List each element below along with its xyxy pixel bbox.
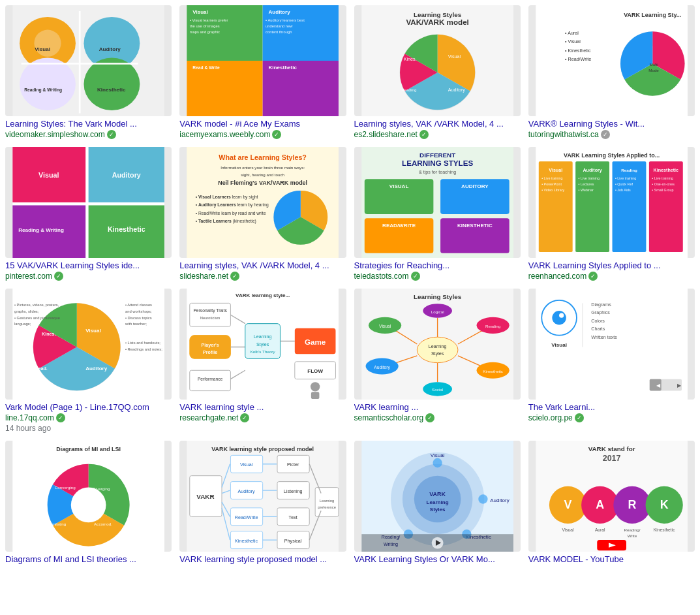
svg-text:• Live training: • Live training	[578, 176, 599, 180]
svg-text:• Tactile Learners (kinestheti: • Tactile Learners (kinesthetic)	[196, 219, 256, 224]
svg-text:Kinesthetic: Kinesthetic	[483, 369, 503, 373]
svg-point-183	[71, 488, 106, 523]
card-5[interactable]: Visual Auditory Reading & Writing Kinest…	[3, 144, 174, 283]
svg-text:• Attend classes: • Attend classes	[125, 303, 152, 307]
card-title-11[interactable]: VARK learning ...	[354, 402, 521, 412]
card-title-14[interactable]: VARK learning style proposed model ...	[179, 554, 346, 564]
safe-icon-6: ✓	[230, 272, 239, 281]
svg-text:Graphics: Graphics	[591, 310, 610, 315]
card-title-15[interactable]: VARK Learning Styles Or VARK Mo...	[354, 554, 521, 564]
card-title-3[interactable]: Learning styles, VAK /VARK Model, 4 ...	[354, 119, 521, 129]
card-14[interactable]: VARK learning style proposed model VAKR …	[177, 438, 348, 568]
card-15[interactable]: Visual Auditory Reading/ Writing Kinesth…	[352, 438, 523, 568]
svg-text:Auditory: Auditory	[269, 9, 291, 15]
svg-text:Aural: Aural	[595, 528, 605, 532]
card-title-5[interactable]: 15 VAK/VARK Learning Styles ide...	[5, 260, 172, 270]
svg-text:Logical: Logical	[431, 309, 444, 314]
svg-text:Auditory: Auditory	[374, 365, 390, 370]
card-title-13[interactable]: Diagrams of MI and LSI theories ...	[5, 554, 172, 564]
card-11[interactable]: Learning Styles Learning Styles Visual A…	[352, 286, 523, 435]
card-source-text-9: line.17qq.com	[5, 413, 54, 422]
svg-text:Learning: Learning	[428, 344, 446, 349]
card-13[interactable]: Diagrams of MI and LSI Diverging Accomod…	[3, 438, 174, 568]
svg-point-163	[552, 311, 566, 324]
svg-text:• Job Aids: • Job Aids	[615, 188, 631, 192]
card-source-text-2: iacemyexams.weebly.com	[179, 130, 270, 139]
card-image-14: VARK learning style proposed model VAKR …	[179, 441, 346, 552]
card-image-4: VARK Learning Sty... Multi Mode • Aural …	[528, 5, 695, 116]
svg-text:Mode: Mode	[648, 68, 659, 72]
svg-rect-137	[311, 392, 320, 399]
card-image-6: What are Learning Styles? Information en…	[179, 147, 346, 258]
card-title-6[interactable]: Learning styles, VAK /VARK Model, 4 ...	[179, 260, 346, 270]
svg-text:• Lists and handouts;: • Lists and handouts;	[125, 341, 160, 345]
svg-text:Styles: Styles	[431, 351, 444, 356]
card-source-text-1: videomaker.simpleshow.com	[5, 130, 105, 139]
card-source-text-3: es2.slideshare.net	[354, 130, 418, 139]
safe-icon-2: ✓	[272, 130, 281, 139]
svg-text:Listening: Listening	[284, 489, 303, 494]
card-title-4[interactable]: VARK® Learning Styles - Wit...	[528, 119, 695, 129]
svg-text:Reading: Reading	[621, 168, 637, 172]
card-title-12[interactable]: The Vark Learni...	[528, 402, 695, 412]
svg-text:KINESTHETIC: KINESTHETIC	[457, 223, 493, 229]
svg-text:Learning: Learning	[254, 334, 272, 339]
card-title-8[interactable]: VARK Learning Styles Applied to ...	[528, 260, 695, 270]
svg-text:V: V	[564, 498, 571, 511]
svg-text:graphs, slides;: graphs, slides;	[14, 309, 39, 313]
card-8[interactable]: VARK Learning Styles Applied to... Visua…	[526, 144, 697, 283]
card-source-row-12: scielo.org.pe✓	[528, 413, 695, 422]
card-10[interactable]: VARK learning style... Personality Trait…	[177, 286, 348, 435]
card-source-row-8: reenhanced.com✓	[528, 272, 695, 281]
card-title-16[interactable]: VARK MODEL - YouTube	[528, 554, 695, 564]
svg-text:Read & Write: Read & Write	[193, 65, 221, 70]
card-image-12: Visual Diagrams Graphics Colors Charts W…	[528, 289, 695, 400]
card-6[interactable]: What are Learning Styles? Information en…	[177, 144, 348, 283]
svg-text:Charts: Charts	[591, 326, 605, 332]
svg-text:Read.: Read.	[35, 366, 47, 371]
card-4[interactable]: VARK Learning Sty... Multi Mode • Aural …	[526, 3, 697, 142]
card-9[interactable]: Visual Auditory Read. Kines. • Pictures,…	[3, 286, 174, 435]
card-title-2[interactable]: VARK model - #i Ace My Exams	[179, 119, 346, 129]
svg-text:Visual: Visual	[430, 452, 444, 458]
card-title-7[interactable]: Strategies for Reaching...	[354, 260, 521, 270]
card-source-text-6: slideshare.net	[179, 272, 228, 281]
svg-text:Learning: Learning	[426, 499, 448, 505]
card-3[interactable]: Learning Styles VAK/VARK model Visual Au…	[352, 3, 523, 142]
svg-point-8	[84, 58, 140, 111]
svg-text:VARK Learning Styles Applied t: VARK Learning Styles Applied to...	[564, 152, 660, 159]
card-12[interactable]: Visual Diagrams Graphics Colors Charts W…	[526, 286, 697, 435]
svg-text:Visual: Visual	[240, 462, 253, 467]
svg-text:• Kinesthetic: • Kinesthetic	[565, 48, 591, 54]
card-2[interactable]: Visual Auditory Read & Write Kinesthetic…	[177, 3, 348, 142]
svg-text:• Live training: • Live training	[615, 176, 636, 180]
card-image-1: Visual Auditory Reading & Writing Kinest…	[5, 5, 172, 116]
card-title-1[interactable]: Learning Styles: The Vark Model ...	[5, 119, 172, 129]
svg-text:Visual: Visual	[35, 46, 50, 52]
card-image-7: DIFFERENT LEARNING STYLES & tips for tea…	[354, 147, 521, 258]
svg-text:Reading/: Reading/	[624, 528, 640, 532]
svg-text:AUDITORY: AUDITORY	[461, 183, 489, 189]
svg-text:Write: Write	[627, 533, 637, 538]
svg-text:Performance: Performance	[198, 377, 223, 381]
card-image-10: VARK learning style... Personality Trait…	[179, 289, 346, 400]
card-16[interactable]: VARK stand for 2017 V A R K Visual Aural…	[526, 438, 697, 568]
svg-text:Reading & Writing: Reading & Writing	[18, 227, 64, 233]
safe-icon-1: ✓	[107, 130, 116, 139]
svg-text:• Discuss topics: • Discuss topics	[125, 316, 152, 320]
card-source-row-5: pinterest.com✓	[5, 272, 172, 281]
svg-text:sight, hearing and touch: sight, hearing and touch	[241, 172, 285, 177]
svg-text:Auditory: Auditory	[85, 366, 108, 371]
svg-text:Kolb's Theory: Kolb's Theory	[251, 349, 276, 354]
svg-text:VARK learning style proposed m: VARK learning style proposed model	[211, 446, 314, 452]
card-title-9[interactable]: Vark Model (Page 1) - Line.17QQ.com	[5, 402, 172, 412]
card-image-8: VARK Learning Styles Applied to... Visua…	[528, 147, 695, 258]
card-source-row-10: researchgate.net✓	[179, 413, 346, 422]
card-title-10[interactable]: VARK learning style ...	[179, 402, 346, 412]
svg-text:maps and graphic: maps and graphic	[190, 30, 220, 34]
svg-rect-81	[649, 161, 683, 252]
svg-point-136	[311, 382, 320, 391]
card-7[interactable]: DIFFERENT LEARNING STYLES & tips for tea…	[352, 144, 523, 283]
svg-text:• Readings and notes;: • Readings and notes;	[125, 347, 162, 351]
card-1[interactable]: Visual Auditory Reading & Writing Kinest…	[3, 3, 174, 142]
